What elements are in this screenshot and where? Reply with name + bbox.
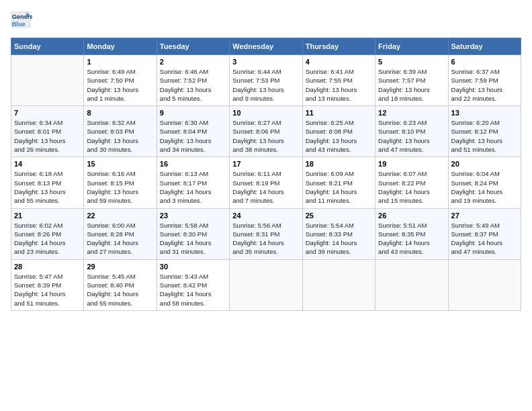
calendar-cell: 18Sunrise: 6:09 AM Sunset: 8:21 PM Dayli…	[302, 157, 375, 208]
calendar-cell	[375, 259, 448, 310]
day-number: 16	[160, 160, 226, 168]
calendar-cell: 8Sunrise: 6:32 AM Sunset: 8:03 PM Daylig…	[84, 106, 157, 157]
calendar-cell	[230, 259, 302, 310]
day-number: 2	[160, 58, 226, 66]
day-info: Sunrise: 6:20 AM Sunset: 8:12 PM Dayligh…	[451, 118, 518, 154]
calendar-cell: 14Sunrise: 6:18 AM Sunset: 8:13 PM Dayli…	[11, 157, 84, 208]
day-number: 19	[378, 160, 445, 168]
day-number: 18	[306, 160, 372, 168]
day-info: Sunrise: 6:34 AM Sunset: 8:01 PM Dayligh…	[14, 118, 81, 154]
day-info: Sunrise: 6:13 AM Sunset: 8:17 PM Dayligh…	[160, 169, 226, 205]
calendar-cell: 27Sunrise: 5:49 AM Sunset: 8:37 PM Dayli…	[448, 208, 521, 259]
day-info: Sunrise: 5:49 AM Sunset: 8:37 PM Dayligh…	[451, 221, 518, 257]
day-info: Sunrise: 5:54 AM Sunset: 8:33 PM Dayligh…	[306, 221, 372, 257]
day-number: 27	[451, 212, 518, 220]
day-info: Sunrise: 6:39 AM Sunset: 7:57 PM Dayligh…	[378, 67, 445, 103]
day-number: 17	[232, 160, 299, 168]
col-header-monday: Monday	[84, 38, 157, 55]
calendar-cell: 12Sunrise: 6:23 AM Sunset: 8:10 PM Dayli…	[375, 106, 448, 157]
day-info: Sunrise: 6:27 AM Sunset: 8:06 PM Dayligh…	[232, 118, 299, 154]
calendar-cell: 2Sunrise: 6:46 AM Sunset: 7:52 PM Daylig…	[157, 55, 229, 106]
day-number: 11	[306, 109, 372, 117]
day-number: 6	[451, 58, 518, 66]
day-number: 4	[306, 58, 372, 66]
svg-text:General: General	[12, 13, 32, 20]
day-number: 26	[378, 212, 445, 220]
day-info: Sunrise: 6:23 AM Sunset: 8:10 PM Dayligh…	[378, 118, 445, 154]
calendar-cell	[302, 259, 375, 310]
calendar-cell	[448, 259, 521, 310]
day-number: 29	[87, 263, 153, 271]
day-info: Sunrise: 6:00 AM Sunset: 8:28 PM Dayligh…	[87, 221, 153, 257]
day-number: 22	[87, 212, 153, 220]
day-number: 20	[451, 160, 518, 168]
calendar-cell: 13Sunrise: 6:20 AM Sunset: 8:12 PM Dayli…	[448, 106, 521, 157]
logo-icon: General Blue	[11, 11, 32, 30]
calendar-week-5: 28Sunrise: 5:47 AM Sunset: 8:39 PM Dayli…	[11, 259, 521, 310]
day-number: 25	[306, 212, 372, 220]
calendar-cell: 1Sunrise: 6:49 AM Sunset: 7:50 PM Daylig…	[84, 55, 157, 106]
page-header: General Blue	[11, 11, 521, 30]
day-info: Sunrise: 6:07 AM Sunset: 8:22 PM Dayligh…	[378, 169, 445, 205]
day-number: 24	[232, 212, 299, 220]
calendar-cell: 11Sunrise: 6:25 AM Sunset: 8:08 PM Dayli…	[302, 106, 375, 157]
day-info: Sunrise: 6:32 AM Sunset: 8:03 PM Dayligh…	[87, 118, 153, 154]
day-info: Sunrise: 5:47 AM Sunset: 8:39 PM Dayligh…	[14, 272, 81, 308]
day-number: 15	[87, 160, 153, 168]
day-number: 21	[14, 212, 81, 220]
day-number: 23	[160, 212, 226, 220]
calendar-cell: 17Sunrise: 6:11 AM Sunset: 8:19 PM Dayli…	[230, 157, 302, 208]
day-number: 13	[451, 109, 518, 117]
calendar-cell: 24Sunrise: 5:56 AM Sunset: 8:31 PM Dayli…	[230, 208, 302, 259]
calendar-cell: 15Sunrise: 6:16 AM Sunset: 8:15 PM Dayli…	[84, 157, 157, 208]
calendar-week-2: 7Sunrise: 6:34 AM Sunset: 8:01 PM Daylig…	[11, 106, 521, 157]
day-info: Sunrise: 6:11 AM Sunset: 8:19 PM Dayligh…	[232, 169, 299, 205]
calendar-cell: 30Sunrise: 5:43 AM Sunset: 8:42 PM Dayli…	[157, 259, 229, 310]
col-header-saturday: Saturday	[448, 38, 521, 55]
calendar-cell: 28Sunrise: 5:47 AM Sunset: 8:39 PM Dayli…	[11, 259, 84, 310]
day-info: Sunrise: 6:04 AM Sunset: 8:24 PM Dayligh…	[451, 169, 518, 205]
calendar-cell: 26Sunrise: 5:51 AM Sunset: 8:35 PM Dayli…	[375, 208, 448, 259]
calendar-body: 1Sunrise: 6:49 AM Sunset: 7:50 PM Daylig…	[11, 55, 521, 311]
calendar-cell: 4Sunrise: 6:41 AM Sunset: 7:55 PM Daylig…	[302, 55, 375, 106]
day-info: Sunrise: 5:58 AM Sunset: 8:30 PM Dayligh…	[160, 221, 226, 257]
day-info: Sunrise: 6:02 AM Sunset: 8:26 PM Dayligh…	[14, 221, 81, 257]
col-header-thursday: Thursday	[302, 38, 375, 55]
calendar-cell: 9Sunrise: 6:30 AM Sunset: 8:04 PM Daylig…	[157, 106, 229, 157]
day-info: Sunrise: 6:16 AM Sunset: 8:15 PM Dayligh…	[87, 169, 153, 205]
calendar-table: SundayMondayTuesdayWednesdayThursdayFrid…	[11, 38, 521, 311]
day-info: Sunrise: 5:56 AM Sunset: 8:31 PM Dayligh…	[232, 221, 299, 257]
calendar-cell: 7Sunrise: 6:34 AM Sunset: 8:01 PM Daylig…	[11, 106, 84, 157]
day-number: 12	[378, 109, 445, 117]
calendar-cell: 19Sunrise: 6:07 AM Sunset: 8:22 PM Dayli…	[375, 157, 448, 208]
day-number: 7	[14, 109, 81, 117]
col-header-sunday: Sunday	[11, 38, 84, 55]
day-info: Sunrise: 5:51 AM Sunset: 8:35 PM Dayligh…	[378, 221, 445, 257]
day-info: Sunrise: 6:18 AM Sunset: 8:13 PM Dayligh…	[14, 169, 81, 205]
day-number: 14	[14, 160, 81, 168]
calendar-cell: 3Sunrise: 6:44 AM Sunset: 7:53 PM Daylig…	[230, 55, 302, 106]
svg-text:Blue: Blue	[12, 21, 26, 28]
day-info: Sunrise: 6:30 AM Sunset: 8:04 PM Dayligh…	[160, 118, 226, 154]
calendar-week-4: 21Sunrise: 6:02 AM Sunset: 8:26 PM Dayli…	[11, 208, 521, 259]
calendar-week-3: 14Sunrise: 6:18 AM Sunset: 8:13 PM Dayli…	[11, 157, 521, 208]
day-number: 8	[87, 109, 153, 117]
day-info: Sunrise: 5:43 AM Sunset: 8:42 PM Dayligh…	[160, 272, 226, 308]
day-info: Sunrise: 5:45 AM Sunset: 8:40 PM Dayligh…	[87, 272, 153, 308]
day-info: Sunrise: 6:49 AM Sunset: 7:50 PM Dayligh…	[87, 67, 153, 103]
day-info: Sunrise: 6:09 AM Sunset: 8:21 PM Dayligh…	[306, 169, 372, 205]
calendar-cell: 23Sunrise: 5:58 AM Sunset: 8:30 PM Dayli…	[157, 208, 229, 259]
day-number: 5	[378, 58, 445, 66]
day-info: Sunrise: 6:46 AM Sunset: 7:52 PM Dayligh…	[160, 67, 226, 103]
calendar-cell: 29Sunrise: 5:45 AM Sunset: 8:40 PM Dayli…	[84, 259, 157, 310]
col-header-wednesday: Wednesday	[230, 38, 302, 55]
day-number: 28	[14, 263, 81, 271]
calendar-cell: 6Sunrise: 6:37 AM Sunset: 7:59 PM Daylig…	[448, 55, 521, 106]
day-info: Sunrise: 6:37 AM Sunset: 7:59 PM Dayligh…	[451, 67, 518, 103]
day-info: Sunrise: 6:41 AM Sunset: 7:55 PM Dayligh…	[306, 67, 372, 103]
calendar-cell: 21Sunrise: 6:02 AM Sunset: 8:26 PM Dayli…	[11, 208, 84, 259]
day-info: Sunrise: 6:25 AM Sunset: 8:08 PM Dayligh…	[306, 118, 372, 154]
calendar-cell: 5Sunrise: 6:39 AM Sunset: 7:57 PM Daylig…	[375, 55, 448, 106]
logo: General Blue	[11, 11, 35, 30]
calendar-cell: 20Sunrise: 6:04 AM Sunset: 8:24 PM Dayli…	[448, 157, 521, 208]
